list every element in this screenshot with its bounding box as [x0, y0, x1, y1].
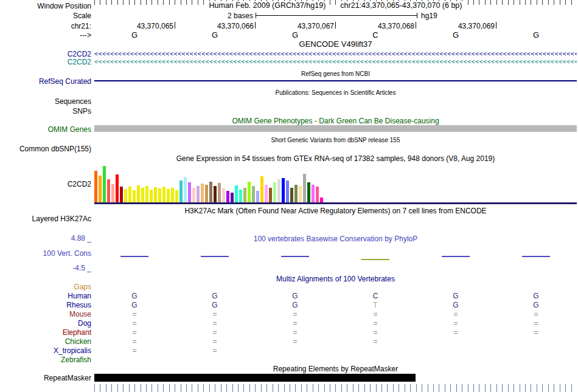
alignment-cell: G [533, 292, 538, 300]
alignment-cell: G [212, 292, 217, 300]
alignment-cell: G [212, 301, 217, 309]
repeatmasker-track-title[interactable]: Repeating Elements by RepeatMasker [94, 365, 577, 373]
alignment-cell: = [373, 328, 377, 337]
alignment-cell: = [132, 319, 136, 328]
genome-browser-image: Human Feb. 2009 (GRCh37/hg19) chr21:43,3… [0, 0, 578, 392]
alignment-cell: = [212, 337, 217, 346]
repeatmasker-track-label[interactable]: RepeatMasker [44, 374, 91, 382]
alignment-cell: = [212, 346, 217, 355]
alignment-cell: = [293, 337, 297, 346]
alignment-cell: = [132, 310, 136, 318]
alignment-cell: = [212, 310, 217, 318]
alignment-cell: = [293, 319, 297, 328]
alignment-cell: = [453, 310, 458, 318]
species-label-chicken[interactable]: Chicken [65, 337, 91, 346]
alignment-cell: = [373, 337, 377, 346]
alignment-cell: = [453, 328, 458, 337]
species-label-elephant[interactable]: Elephant [63, 328, 91, 337]
alignment-cell: C [373, 292, 378, 300]
alignment-cell: = [132, 328, 136, 337]
alignment-cell: = [132, 346, 136, 355]
alignment-cell: = [373, 319, 377, 328]
species-label-dog[interactable]: Dog [78, 319, 91, 328]
alignment-cell: G [453, 292, 458, 300]
alignment-cell: T [373, 301, 377, 309]
species-label-rhesus[interactable]: Rhesus [66, 301, 91, 309]
alignment-cell: = [534, 310, 538, 318]
repeatmasker-element-bar[interactable] [94, 374, 416, 382]
alignment-cell: G [533, 301, 538, 309]
species-label-x_tropicalis[interactable]: X_tropicalis [54, 346, 91, 355]
species-label-mouse[interactable]: Mouse [69, 310, 91, 318]
alignment-cell: G [453, 301, 458, 309]
alignment-cell: = [453, 319, 458, 328]
alignment-cell: G [131, 301, 137, 309]
alignment-cell: = [534, 319, 538, 328]
alignment-cell: = [212, 328, 217, 337]
alignment-cell: = [534, 328, 538, 337]
species-label-gaps[interactable]: Gaps [74, 283, 91, 291]
bottom-position-ruler[interactable] [94, 384, 577, 392]
alignment-cell: = [373, 310, 377, 318]
species-label-human[interactable]: Human [68, 292, 91, 300]
alignment-cell: = [212, 319, 217, 328]
alignment-cell: = [132, 337, 136, 346]
alignment-cell: = [293, 310, 297, 318]
alignment-cell: G [292, 292, 298, 300]
alignment-cell: G [292, 301, 298, 309]
alignment-cell: = [293, 328, 297, 337]
species-label-zebrafish[interactable]: Zebrafish [61, 356, 91, 364]
alignment-cell: G [131, 292, 137, 300]
multiz-rows[interactable]: GapsHumanGGGCGGRhesusGGGTGGMouse======Do… [0, 0, 578, 392]
